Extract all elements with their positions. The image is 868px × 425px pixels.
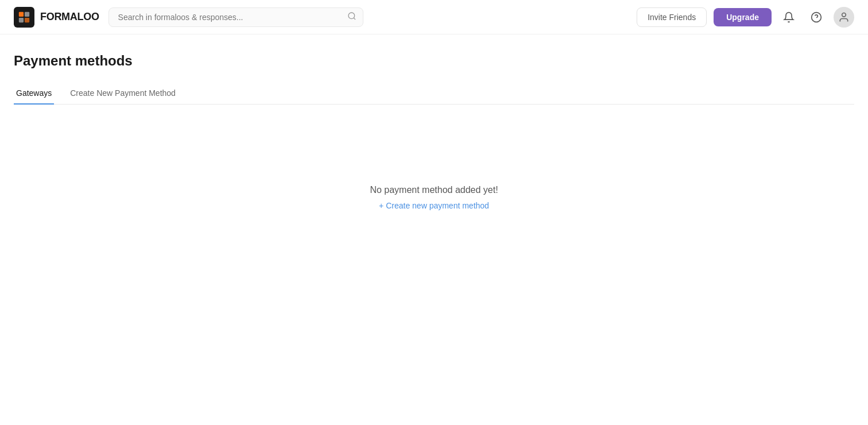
- svg-point-8: [842, 13, 846, 17]
- help-button[interactable]: [806, 7, 827, 28]
- header-actions: Invite Friends Upgrade: [637, 7, 854, 28]
- bell-icon: [783, 11, 795, 23]
- logo[interactable]: FORMALOO: [14, 7, 99, 28]
- header: FORMALOO Invite Friends Upgrade: [0, 0, 868, 34]
- search-input[interactable]: [108, 7, 363, 27]
- user-icon: [838, 11, 850, 23]
- svg-rect-3: [25, 17, 29, 22]
- create-payment-method-link[interactable]: + Create new payment method: [379, 201, 489, 210]
- logo-text: FORMALOO: [40, 11, 99, 23]
- main-content: Payment methods Gateways Create New Paym…: [0, 34, 868, 210]
- help-icon: [811, 11, 822, 23]
- tabs-nav: Gateways Create New Payment Method: [14, 83, 854, 105]
- tab-gateways[interactable]: Gateways: [14, 83, 54, 105]
- svg-rect-1: [25, 11, 29, 16]
- invite-friends-button[interactable]: Invite Friends: [637, 7, 707, 27]
- svg-rect-0: [19, 11, 24, 16]
- logo-icon: [14, 7, 34, 28]
- tab-create-new-payment-method[interactable]: Create New Payment Method: [68, 83, 178, 105]
- empty-state: No payment method added yet! + Create ne…: [14, 105, 854, 210]
- user-avatar-button[interactable]: [834, 7, 854, 28]
- empty-state-message: No payment method added yet!: [370, 185, 498, 195]
- svg-rect-2: [19, 17, 24, 22]
- page-title: Payment methods: [14, 53, 854, 69]
- upgrade-button[interactable]: Upgrade: [714, 8, 772, 26]
- notifications-button[interactable]: [778, 7, 799, 28]
- search-container: [108, 7, 363, 27]
